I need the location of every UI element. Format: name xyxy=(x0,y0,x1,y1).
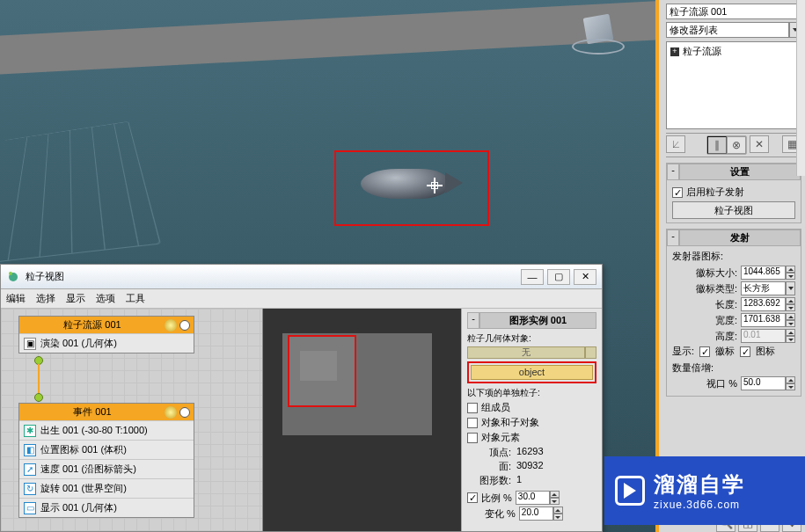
emitter-icon-label: 发射器图标: xyxy=(672,250,795,263)
watermark-title: 溜溜自学 xyxy=(654,470,745,499)
arrow-down-icon[interactable] xyxy=(550,498,560,505)
object-pick-button[interactable]: object xyxy=(471,365,593,380)
display-op-icon: ▭ xyxy=(24,502,36,514)
icon-size-label: 徽标大小: xyxy=(672,266,737,280)
shape-instance-title: 图形实例 001 xyxy=(479,312,596,329)
height-spinner: 0.01 xyxy=(741,329,795,343)
output-socket-icon[interactable] xyxy=(179,320,190,331)
render-op-label[interactable]: 演染 001 (几何体) xyxy=(40,337,117,350)
scale-checkbox[interactable] xyxy=(467,492,478,503)
connector-in-dot[interactable] xyxy=(34,393,43,402)
variation-label: 变化 % xyxy=(485,507,516,521)
arrow-up-icon[interactable] xyxy=(786,297,795,304)
remove-modifier-button[interactable]: ✕ xyxy=(750,135,769,153)
arrow-down-icon[interactable] xyxy=(786,273,795,280)
expand-icon[interactable]: + xyxy=(670,47,679,56)
op-speed[interactable]: 速度 001 (沿图标箭头) xyxy=(40,463,136,476)
arrow-up-icon[interactable] xyxy=(786,266,795,273)
none-pick-button[interactable]: 无 xyxy=(467,346,596,359)
length-spinner[interactable]: 1283.692 xyxy=(741,297,795,311)
show-icon-checkbox[interactable] xyxy=(740,346,750,357)
close-button[interactable]: ✕ xyxy=(574,269,596,285)
rollout-collapse-button[interactable]: - xyxy=(467,312,479,329)
bulb-icon[interactable] xyxy=(165,406,177,419)
object-children-checkbox[interactable] xyxy=(467,418,478,428)
menu-select[interactable]: 选择 xyxy=(36,292,55,305)
arrow-up-icon[interactable] xyxy=(786,376,795,383)
stack-item-label: 粒子流源 xyxy=(683,45,721,58)
arrow-up-icon[interactable] xyxy=(786,313,795,320)
rollout-collapse-button[interactable]: - xyxy=(667,230,679,246)
object-name-field[interactable] xyxy=(666,4,801,19)
object-elements-checkbox[interactable] xyxy=(467,433,478,443)
enable-emission-checkbox[interactable] xyxy=(672,187,683,198)
height-label: 高度: xyxy=(672,330,737,343)
enable-emission-label: 启用粒子发射 xyxy=(686,186,744,199)
arrow-down-icon[interactable] xyxy=(786,304,795,311)
icon-size-spinner[interactable]: 1044.865 xyxy=(741,266,795,280)
show-label: 显示: xyxy=(672,345,694,358)
node-title: 粒子流源 001 xyxy=(23,318,162,332)
rollout-title: 发射 xyxy=(679,230,801,246)
viewport-pct-spinner[interactable]: 50.0 xyxy=(741,376,795,390)
multiplier-label: 数量倍增: xyxy=(672,361,795,375)
connector-line xyxy=(38,364,40,394)
watermark-url: zixue.3d66.com xyxy=(654,499,745,511)
arrow-up-icon xyxy=(786,329,795,336)
chevron-down-icon[interactable] xyxy=(786,281,795,295)
arrow-up-icon[interactable] xyxy=(553,506,563,514)
output-socket-icon[interactable] xyxy=(179,407,190,418)
view-cube[interactable] xyxy=(572,16,625,60)
group-members-label: 组成员 xyxy=(481,401,510,414)
fish-mesh[interactable] xyxy=(361,165,475,204)
speed-op-icon: ➚ xyxy=(24,463,36,476)
object-children-label: 对象和子对象 xyxy=(481,416,539,429)
icon-type-dropdown[interactable]: 长方形 xyxy=(741,281,795,295)
rollout-emission: - 发射 发射器图标: 徽标大小: 1044.865 徽标类型: 长方形 长度: xyxy=(666,229,801,397)
menu-edit[interactable]: 编辑 xyxy=(6,292,26,305)
particle-view-button[interactable]: 粒子视图 xyxy=(672,201,795,219)
show-end-result-button[interactable]: ∥ xyxy=(707,136,727,154)
panel-scrollbar[interactable] xyxy=(796,0,805,176)
geom-object-label: 粒子几何体对象: xyxy=(467,332,596,345)
menu-display[interactable]: 显示 xyxy=(66,292,85,305)
op-display[interactable]: 显示 001 (几何体) xyxy=(40,501,117,514)
scale-label: 比例 % xyxy=(481,492,512,505)
node-pf-source[interactable]: 粒子流源 001 ▣ 演染 001 (几何体) xyxy=(18,316,194,353)
particle-view-window: 粒子视图 — ▢ ✕ 编辑 选择 显示 选项 工具 粒子流源 001 ▣ 演染 … xyxy=(0,264,603,532)
modifier-stack[interactable]: + 粒子流源 xyxy=(666,41,801,129)
viewport-pct-label: 视口 % xyxy=(672,377,737,390)
stack-item-pfsource[interactable]: + 粒子流源 xyxy=(669,44,799,59)
arrow-down-icon[interactable] xyxy=(786,320,795,327)
variation-spinner[interactable]: 20.0 xyxy=(519,506,563,521)
op-birth[interactable]: 出生 001 (-30-80 T:1000) xyxy=(40,424,148,437)
modifier-list-dropdown[interactable] xyxy=(666,22,801,38)
position-op-icon: ◧ xyxy=(24,444,36,456)
show-logo-checkbox[interactable] xyxy=(699,346,710,357)
pin-stack-button[interactable]: ⟀ xyxy=(666,135,685,153)
node-event[interactable]: 事件 001 ✱出生 001 (-30-80 T:1000) ◧位置图标 001… xyxy=(18,403,194,518)
arrow-up-icon[interactable] xyxy=(550,491,560,498)
menu-tools[interactable]: 工具 xyxy=(126,292,145,305)
rollout-title: 设置 xyxy=(679,164,801,180)
op-position[interactable]: 位置图标 001 (体积) xyxy=(40,443,127,456)
window-title: 粒子视图 xyxy=(26,270,521,283)
rollout-collapse-button[interactable]: - xyxy=(667,164,679,180)
minimize-button[interactable]: — xyxy=(521,269,544,285)
arrow-down-icon xyxy=(786,336,795,343)
scale-spinner[interactable]: 30.0 xyxy=(516,491,560,505)
arrow-down-icon[interactable] xyxy=(786,383,795,390)
verts-label: 顶点: xyxy=(467,446,516,459)
window-titlebar[interactable]: 粒子视图 — ▢ ✕ xyxy=(1,265,602,289)
maximize-button[interactable]: ▢ xyxy=(547,269,570,285)
wireframe-geometry xyxy=(0,121,161,265)
make-unique-button[interactable]: ⊗ xyxy=(727,136,746,154)
group-members-checkbox[interactable] xyxy=(467,403,478,413)
bulb-icon[interactable] xyxy=(165,319,177,332)
menu-options[interactable]: 选项 xyxy=(96,292,115,305)
render-op-icon: ▣ xyxy=(24,338,36,350)
arrow-down-icon[interactable] xyxy=(553,514,563,521)
width-spinner[interactable]: 1701.638 xyxy=(741,313,795,327)
op-rotation[interactable]: 旋转 001 (世界空间) xyxy=(40,482,127,495)
schematic-canvas[interactable]: 粒子流源 001 ▣ 演染 001 (几何体) 事件 001 xyxy=(1,309,262,531)
